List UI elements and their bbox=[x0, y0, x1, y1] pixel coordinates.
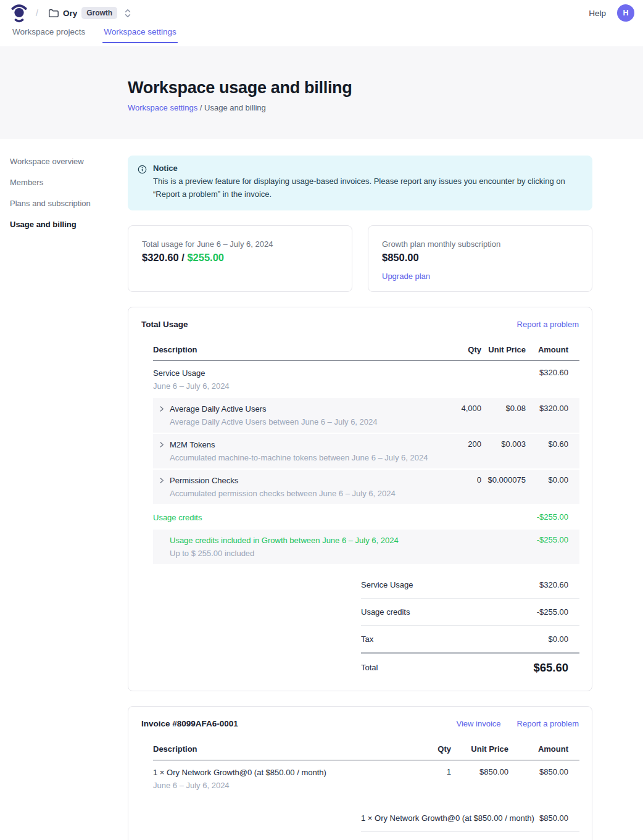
invoice-row-growth-plan: 1 × Ory Network Growth@0 (at $850.00 / m… bbox=[153, 760, 579, 797]
folder-icon bbox=[48, 9, 59, 18]
col-description: Description bbox=[153, 345, 432, 354]
summary-row-total: Total $65.60 bbox=[361, 654, 579, 677]
total-usage-card: Total Usage Report a problem Description… bbox=[128, 307, 592, 691]
sidebar-item-workspace-overview[interactable]: Workspace overview bbox=[10, 154, 128, 169]
col-unit-price: Unit Price bbox=[451, 744, 508, 754]
table-row-usage-credits-detail: Usage credits included in Growth between… bbox=[153, 530, 579, 564]
usage-card-title: Total Usage bbox=[141, 320, 188, 329]
summary-row-tax: Tax $0.00 bbox=[361, 626, 579, 654]
chevron-right-icon[interactable] bbox=[159, 405, 165, 412]
invoice-totals-summary: 1 × Ory Network Growth@0 (at $850.00 / m… bbox=[361, 805, 579, 840]
usage-table: Description Qty Unit Price Amount Servic… bbox=[153, 341, 579, 677]
help-link[interactable]: Help bbox=[589, 9, 606, 18]
summary-row-service-usage: Service Usage $320.60 bbox=[361, 572, 579, 599]
table-row-usage-credits: Usage credits -$255.00 bbox=[153, 505, 579, 530]
col-unit-price: Unit Price bbox=[481, 345, 526, 354]
topbar: / Ory Growth Help H bbox=[0, 0, 643, 26]
col-qty: Qty bbox=[414, 744, 451, 754]
workspace-switcher[interactable]: Ory Growth bbox=[48, 7, 131, 19]
chevron-right-icon[interactable] bbox=[159, 477, 165, 484]
total-usage-value: $320.60 / $255.00 bbox=[142, 252, 338, 264]
table-row-permission-checks[interactable]: Permission Checks Accumulated permission… bbox=[153, 470, 579, 504]
plan-badge: Growth bbox=[81, 7, 117, 19]
report-problem-link[interactable]: Report a problem bbox=[517, 719, 579, 728]
invoice-title: Invoice #8099AFA6-0001 bbox=[141, 719, 238, 728]
view-invoice-link[interactable]: View invoice bbox=[457, 719, 501, 728]
ory-logo-icon[interactable] bbox=[11, 4, 27, 23]
workspace-tabbar: Workspace projects Workspace settings bbox=[0, 26, 643, 46]
table-row-average-daily-active-users[interactable]: Average Daily Active Users Average Daily… bbox=[153, 398, 579, 433]
plan-subscription-value: $850.00 bbox=[382, 252, 578, 264]
summary-row-plan-line: 1 × Ory Network Growth@0 (at $850.00 / m… bbox=[361, 805, 579, 832]
info-icon bbox=[138, 164, 147, 201]
settings-sidebar: Workspace overview Members Plans and sub… bbox=[0, 139, 128, 840]
preview-notice-banner: Notice This is a preview feature for dis… bbox=[128, 156, 592, 210]
usage-table-header: Description Qty Unit Price Amount bbox=[153, 341, 579, 361]
total-usage-summary-card: Total usage for June 6 – July 6, 2024 $3… bbox=[128, 225, 352, 292]
total-usage-label: Total usage for June 6 – July 6, 2024 bbox=[142, 239, 338, 249]
breadcrumb-current: Usage and billing bbox=[204, 103, 266, 112]
col-description: Description bbox=[153, 744, 414, 754]
invoice-table: Description Qty Unit Price Amount 1 × Or… bbox=[153, 741, 579, 840]
tab-workspace-settings[interactable]: Workspace settings bbox=[102, 26, 178, 43]
tab-workspace-projects[interactable]: Workspace projects bbox=[11, 26, 86, 43]
sidebar-item-plans-and-subscription[interactable]: Plans and subscription bbox=[10, 196, 128, 211]
chevron-right-icon[interactable] bbox=[159, 441, 165, 448]
breadcrumb: Workspace settings / Usage and billing bbox=[128, 103, 643, 112]
workspace-name: Ory bbox=[63, 9, 77, 18]
notice-title: Notice bbox=[153, 164, 580, 173]
plan-subscription-label: Growth plan monthly subscription bbox=[382, 239, 578, 249]
col-amount: Amount bbox=[526, 345, 568, 354]
sidebar-item-usage-and-billing[interactable]: Usage and billing bbox=[10, 217, 128, 232]
col-amount: Amount bbox=[508, 744, 568, 754]
summary-row-tax: Tax $0.00 bbox=[361, 832, 579, 840]
breadcrumb-separator: / bbox=[36, 8, 38, 18]
breadcrumb-sep: / bbox=[197, 103, 204, 112]
usage-credit-value: $255.00 bbox=[187, 252, 224, 263]
usage-totals-summary: Service Usage $320.60 Usage credits -$25… bbox=[361, 572, 579, 677]
notice-body: This is a preview feature for displaying… bbox=[153, 175, 580, 201]
page-title: Workspace usage and billing bbox=[128, 78, 643, 98]
report-problem-link[interactable]: Report a problem bbox=[517, 320, 579, 329]
user-avatar[interactable]: H bbox=[617, 4, 634, 22]
page-header: Workspace usage and billing Workspace se… bbox=[0, 46, 643, 139]
col-qty: Qty bbox=[432, 345, 481, 354]
chevron-updown-icon[interactable] bbox=[124, 8, 131, 19]
breadcrumb-settings-link[interactable]: Workspace settings bbox=[128, 103, 197, 112]
invoice-card: Invoice #8099AFA6-0001 View invoice Repo… bbox=[128, 706, 592, 840]
upgrade-plan-link[interactable]: Upgrade plan bbox=[382, 272, 430, 281]
table-row-m2m-tokens[interactable]: M2M Tokens Accumulated machine-to-machin… bbox=[153, 434, 579, 468]
table-row-service-usage: Service Usage June 6 – July 6, 2024 $320… bbox=[153, 361, 579, 398]
sidebar-item-members[interactable]: Members bbox=[10, 175, 128, 190]
invoice-table-header: Description Qty Unit Price Amount bbox=[153, 741, 579, 760]
summary-row-usage-credits: Usage credits -$255.00 bbox=[361, 599, 579, 626]
plan-subscription-card: Growth plan monthly subscription $850.00… bbox=[368, 225, 592, 292]
